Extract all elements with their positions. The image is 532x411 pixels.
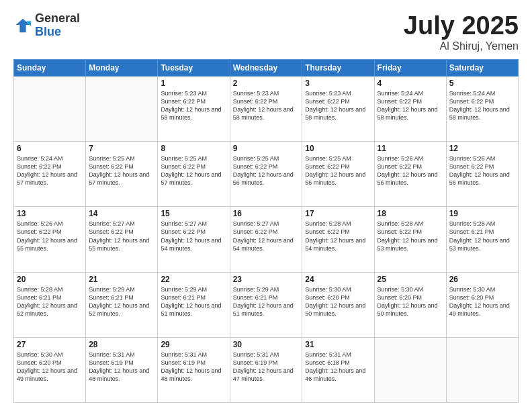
table-row: 9Sunrise: 5:25 AMSunset: 6:22 PMDaylight… (230, 142, 302, 207)
day-number: 14 (89, 209, 154, 218)
day-number: 6 (17, 144, 83, 153)
day-info: Sunrise: 5:27 AMSunset: 6:22 PMDaylight:… (89, 220, 154, 253)
calendar-week-row: 1Sunrise: 5:23 AMSunset: 6:22 PMDaylight… (14, 76, 519, 141)
calendar-header-row: Sunday Monday Tuesday Wednesday Thursday… (14, 59, 519, 76)
day-info: Sunrise: 5:27 AMSunset: 6:22 PMDaylight:… (161, 220, 226, 253)
table-row (374, 337, 446, 402)
day-number: 18 (378, 209, 443, 218)
day-info: Sunrise: 5:29 AMSunset: 6:21 PMDaylight:… (161, 285, 226, 318)
day-number: 8 (161, 144, 226, 153)
day-number: 4 (378, 79, 443, 88)
title-location: Al Shiruj, Yemen (404, 40, 519, 52)
day-info: Sunrise: 5:23 AMSunset: 6:22 PMDaylight:… (305, 89, 371, 122)
day-info: Sunrise: 5:28 AMSunset: 6:22 PMDaylight:… (378, 220, 443, 253)
day-number: 31 (305, 340, 371, 349)
table-row: 29Sunrise: 5:31 AMSunset: 6:19 PMDayligh… (158, 337, 230, 402)
calendar-table: Sunday Monday Tuesday Wednesday Thursday… (13, 59, 519, 403)
table-row (14, 76, 86, 141)
table-row (446, 337, 518, 402)
col-wednesday: Wednesday (230, 59, 302, 76)
day-number: 25 (378, 275, 443, 284)
day-number: 9 (233, 144, 300, 153)
day-info: Sunrise: 5:28 AMSunset: 6:22 PMDaylight:… (305, 220, 371, 253)
table-row: 8Sunrise: 5:25 AMSunset: 6:22 PMDaylight… (158, 142, 230, 207)
calendar-week-row: 20Sunrise: 5:28 AMSunset: 6:21 PMDayligh… (14, 272, 519, 337)
day-info: Sunrise: 5:26 AMSunset: 6:22 PMDaylight:… (17, 220, 83, 253)
calendar-week-row: 13Sunrise: 5:26 AMSunset: 6:22 PMDayligh… (14, 207, 519, 272)
table-row: 23Sunrise: 5:29 AMSunset: 6:21 PMDayligh… (230, 272, 302, 337)
header: General Blue July 2025 Al Shiruj, Yemen (13, 12, 519, 52)
day-info: Sunrise: 5:31 AMSunset: 6:19 PMDaylight:… (161, 351, 226, 383)
table-row: 20Sunrise: 5:28 AMSunset: 6:21 PMDayligh… (14, 272, 86, 337)
table-row: 18Sunrise: 5:28 AMSunset: 6:22 PMDayligh… (374, 207, 446, 272)
day-info: Sunrise: 5:25 AMSunset: 6:22 PMDaylight:… (161, 154, 226, 187)
table-row: 30Sunrise: 5:31 AMSunset: 6:19 PMDayligh… (230, 337, 302, 402)
table-row: 15Sunrise: 5:27 AMSunset: 6:22 PMDayligh… (158, 207, 230, 272)
calendar-week-row: 27Sunrise: 5:30 AMSunset: 6:20 PMDayligh… (14, 337, 519, 402)
day-number: 2 (233, 79, 300, 88)
day-info: Sunrise: 5:31 AMSunset: 6:18 PMDaylight:… (305, 351, 371, 383)
day-number: 15 (161, 209, 226, 218)
day-number: 12 (449, 144, 515, 153)
day-info: Sunrise: 5:27 AMSunset: 6:22 PMDaylight:… (233, 220, 300, 253)
col-thursday: Thursday (302, 59, 374, 76)
table-row: 26Sunrise: 5:30 AMSunset: 6:20 PMDayligh… (446, 272, 518, 337)
logo-icon (13, 16, 32, 35)
table-row: 22Sunrise: 5:29 AMSunset: 6:21 PMDayligh… (158, 272, 230, 337)
table-row: 24Sunrise: 5:30 AMSunset: 6:20 PMDayligh… (302, 272, 374, 337)
col-friday: Friday (374, 59, 446, 76)
table-row: 27Sunrise: 5:30 AMSunset: 6:20 PMDayligh… (14, 337, 86, 402)
day-info: Sunrise: 5:29 AMSunset: 6:21 PMDaylight:… (89, 285, 154, 318)
day-info: Sunrise: 5:25 AMSunset: 6:22 PMDaylight:… (305, 154, 371, 187)
day-info: Sunrise: 5:31 AMSunset: 6:19 PMDaylight:… (89, 351, 154, 383)
day-number: 24 (305, 275, 371, 284)
table-row: 6Sunrise: 5:24 AMSunset: 6:22 PMDaylight… (14, 142, 86, 207)
logo: General Blue (13, 12, 80, 39)
day-info: Sunrise: 5:24 AMSunset: 6:22 PMDaylight:… (378, 89, 443, 122)
table-row: 12Sunrise: 5:26 AMSunset: 6:22 PMDayligh… (446, 142, 518, 207)
calendar-week-row: 6Sunrise: 5:24 AMSunset: 6:22 PMDaylight… (14, 142, 519, 207)
day-info: Sunrise: 5:30 AMSunset: 6:20 PMDaylight:… (378, 285, 443, 318)
table-row: 19Sunrise: 5:28 AMSunset: 6:21 PMDayligh… (446, 207, 518, 272)
table-row: 16Sunrise: 5:27 AMSunset: 6:22 PMDayligh… (230, 207, 302, 272)
table-row: 11Sunrise: 5:26 AMSunset: 6:22 PMDayligh… (374, 142, 446, 207)
day-number: 7 (89, 144, 154, 153)
logo-blue-text: Blue (35, 26, 80, 39)
table-row: 4Sunrise: 5:24 AMSunset: 6:22 PMDaylight… (374, 76, 446, 141)
day-number: 1 (161, 79, 226, 88)
table-row: 17Sunrise: 5:28 AMSunset: 6:22 PMDayligh… (302, 207, 374, 272)
table-row: 1Sunrise: 5:23 AMSunset: 6:22 PMDaylight… (158, 76, 230, 141)
day-number: 27 (17, 340, 83, 349)
day-number: 5 (449, 79, 515, 88)
logo-general-text: General (35, 12, 80, 26)
day-info: Sunrise: 5:30 AMSunset: 6:20 PMDaylight:… (17, 351, 83, 383)
table-row: 25Sunrise: 5:30 AMSunset: 6:20 PMDayligh… (374, 272, 446, 337)
table-row: 31Sunrise: 5:31 AMSunset: 6:18 PMDayligh… (302, 337, 374, 402)
table-row: 2Sunrise: 5:23 AMSunset: 6:22 PMDaylight… (230, 76, 302, 141)
logo-text: General Blue (35, 12, 80, 39)
day-info: Sunrise: 5:28 AMSunset: 6:21 PMDaylight:… (449, 220, 515, 253)
day-info: Sunrise: 5:26 AMSunset: 6:22 PMDaylight:… (449, 154, 515, 187)
table-row: 21Sunrise: 5:29 AMSunset: 6:21 PMDayligh… (86, 272, 158, 337)
day-info: Sunrise: 5:31 AMSunset: 6:19 PMDaylight:… (233, 351, 300, 383)
day-number: 10 (305, 144, 371, 153)
day-number: 16 (233, 209, 300, 218)
day-number: 19 (449, 209, 515, 218)
day-number: 21 (89, 275, 154, 284)
day-number: 23 (233, 275, 300, 284)
table-row: 28Sunrise: 5:31 AMSunset: 6:19 PMDayligh… (86, 337, 158, 402)
day-number: 22 (161, 275, 226, 284)
day-number: 13 (17, 209, 83, 218)
day-info: Sunrise: 5:23 AMSunset: 6:22 PMDaylight:… (233, 89, 300, 122)
day-info: Sunrise: 5:25 AMSunset: 6:22 PMDaylight:… (89, 154, 154, 187)
col-sunday: Sunday (14, 59, 86, 76)
table-row: 5Sunrise: 5:24 AMSunset: 6:22 PMDaylight… (446, 76, 518, 141)
day-info: Sunrise: 5:24 AMSunset: 6:22 PMDaylight:… (449, 89, 515, 122)
day-info: Sunrise: 5:30 AMSunset: 6:20 PMDaylight:… (449, 285, 515, 318)
day-info: Sunrise: 5:23 AMSunset: 6:22 PMDaylight:… (161, 89, 226, 122)
table-row: 14Sunrise: 5:27 AMSunset: 6:22 PMDayligh… (86, 207, 158, 272)
day-info: Sunrise: 5:25 AMSunset: 6:22 PMDaylight:… (233, 154, 300, 187)
day-number: 26 (449, 275, 515, 284)
table-row (86, 76, 158, 141)
day-number: 30 (233, 340, 300, 349)
